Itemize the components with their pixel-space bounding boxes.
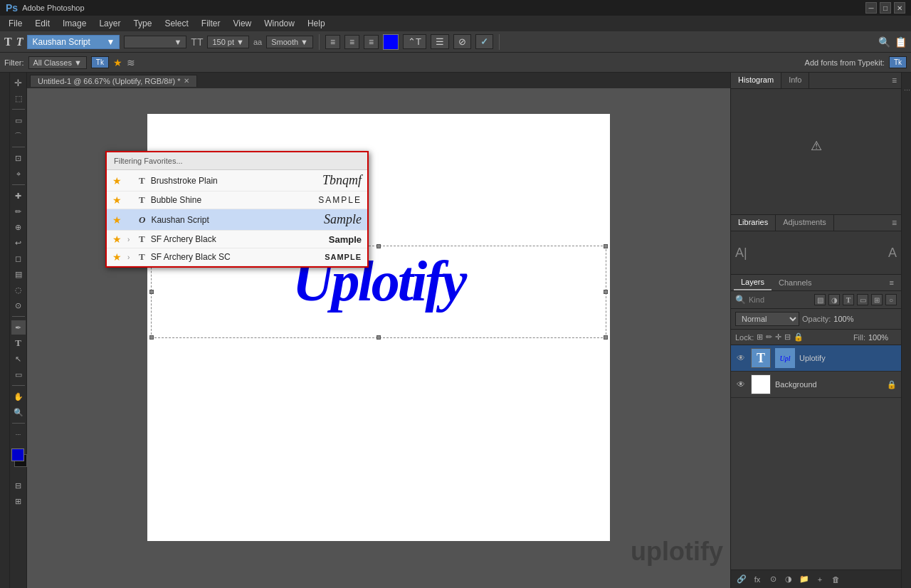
menu-window[interactable]: Window: [258, 17, 300, 30]
close-button[interactable]: ✕: [894, 2, 905, 14]
font-row-brushstroke[interactable]: ★ T Brushstroke Plain Tbnqmf: [107, 170, 367, 191]
font-row-kaushan[interactable]: ★ O Kaushan Script Sample: [107, 209, 367, 231]
lock-position-icon[interactable]: ✛: [775, 332, 781, 342]
layers-tab[interactable]: Layers: [734, 275, 772, 290]
brush-tool[interactable]: ✏: [11, 204, 26, 219]
align-center-button[interactable]: ≡: [344, 35, 359, 49]
menu-edit[interactable]: Edit: [29, 17, 56, 30]
layer-filter-pixel-icon[interactable]: ▧: [814, 294, 826, 305]
layer-item-background[interactable]: 👁 Background 🔒: [731, 372, 901, 398]
histogram-tab[interactable]: Histogram: [731, 73, 781, 88]
character-panel-button[interactable]: ☰: [431, 34, 449, 49]
artboard-tool[interactable]: ⬚: [11, 91, 26, 105]
menu-help[interactable]: Help: [302, 17, 331, 30]
lock-transparency-icon[interactable]: ⊞: [757, 332, 763, 342]
menu-filter[interactable]: Filter: [196, 17, 226, 30]
panel-options-icon[interactable]: ≡: [888, 73, 901, 88]
layer-visibility-uplotify[interactable]: 👁: [735, 352, 747, 364]
star-brushstroke-icon[interactable]: ★: [112, 175, 122, 187]
mini-collapse-1[interactable]: ⋮: [902, 75, 911, 104]
layer-adjustment-button[interactable]: ◑: [782, 573, 795, 586]
star-bubble-icon[interactable]: ★: [112, 194, 122, 206]
history-brush-tool[interactable]: ↩: [11, 236, 26, 250]
crop-tool[interactable]: ⊡: [11, 151, 26, 165]
layer-mask-button[interactable]: ⊙: [767, 573, 779, 586]
layer-item-uplotify[interactable]: 👁 T Upl Uplotify: [731, 345, 901, 372]
middle-options-icon[interactable]: ≡: [888, 215, 901, 231]
font-style-selector[interactable]: ▼: [124, 36, 186, 48]
foreground-color[interactable]: [11, 448, 24, 461]
layer-fx-button[interactable]: fx: [751, 573, 764, 586]
commit-button[interactable]: ✓: [475, 34, 493, 49]
minimize-button[interactable]: ─: [865, 2, 877, 14]
browse-fonts-icon[interactable]: 📋: [895, 36, 907, 48]
healing-tool[interactable]: ✚: [11, 189, 26, 203]
layer-visibility-background[interactable]: 👁: [735, 379, 747, 390]
menu-view[interactable]: View: [227, 17, 257, 30]
lock-artboard-icon[interactable]: ⊟: [784, 332, 791, 342]
font-size-selector[interactable]: 150 pt ▼: [207, 36, 248, 48]
dodge-tool[interactable]: ⊙: [11, 298, 26, 313]
clone-tool[interactable]: ⊕: [11, 220, 26, 234]
eyedropper-tool[interactable]: ⌖: [11, 167, 26, 181]
layer-filter-smart-icon[interactable]: ⊞: [871, 294, 883, 305]
align-right-button[interactable]: ≡: [364, 35, 379, 49]
move-tool[interactable]: ✛: [11, 75, 26, 90]
lock-all-icon[interactable]: 🔒: [794, 332, 804, 342]
layer-filter-text-icon[interactable]: T: [843, 294, 854, 305]
align-left-button[interactable]: ≡: [325, 35, 340, 49]
path-selection-tool[interactable]: ↖: [11, 352, 26, 366]
eraser-tool[interactable]: ◻: [11, 251, 26, 266]
hand-tool[interactable]: ✋: [11, 389, 26, 404]
more-tools-button[interactable]: ···: [11, 427, 26, 441]
adjustments-tab[interactable]: Adjustments: [776, 215, 834, 231]
menu-file[interactable]: File: [3, 17, 28, 30]
screen-mode-button[interactable]: ⊞: [11, 494, 26, 508]
libraries-tab[interactable]: Libraries: [731, 215, 776, 231]
menu-image[interactable]: Image: [57, 17, 92, 30]
layers-options-icon[interactable]: ≡: [885, 275, 898, 290]
layer-new-button[interactable]: +: [813, 573, 826, 586]
lock-pixels-icon[interactable]: ✏: [766, 332, 772, 342]
info-tab[interactable]: Info: [781, 73, 809, 88]
layer-group-button[interactable]: 📁: [798, 573, 811, 586]
maximize-button[interactable]: □: [880, 2, 891, 14]
channels-tab[interactable]: Channels: [772, 275, 818, 290]
anti-alias-selector[interactable]: Smooth ▼: [266, 36, 313, 48]
quick-mask-button[interactable]: ⊟: [11, 478, 26, 493]
blur-tool[interactable]: ◌: [11, 283, 26, 297]
warp-text-button[interactable]: ⌃T: [403, 34, 426, 49]
marquee-tool[interactable]: ▭: [11, 113, 26, 127]
pen-tool[interactable]: ✒: [11, 320, 26, 335]
layer-filter-shape-icon[interactable]: ▭: [857, 294, 868, 305]
gradient-tool[interactable]: ▤: [11, 267, 26, 281]
shape-tool[interactable]: ▭: [11, 367, 26, 382]
star-filter-icon[interactable]: ★: [113, 57, 122, 68]
cancel-button[interactable]: ⊘: [453, 34, 471, 49]
typekit-add-icon[interactable]: Tk: [889, 56, 907, 68]
menu-select[interactable]: Select: [159, 17, 194, 30]
font-row-sfarchery[interactable]: ★ › T SF Archery Black Sample: [107, 231, 367, 248]
text-tool[interactable]: T: [11, 336, 26, 350]
layer-link-button[interactable]: 🔗: [735, 573, 748, 586]
font-row-bubble[interactable]: ★ T Bubble Shine SAMPLE: [107, 191, 367, 209]
star-sfarchery-icon[interactable]: ★: [112, 233, 122, 245]
menu-type[interactable]: Type: [127, 17, 157, 30]
layer-delete-button[interactable]: 🗑: [829, 573, 842, 586]
search-icon[interactable]: 🔍: [878, 36, 890, 48]
filter-class-selector[interactable]: All Classes ▼: [28, 56, 87, 69]
star-sfarcherysc-icon[interactable]: ★: [112, 251, 122, 263]
font-name-selector[interactable]: Kaushan Script ▼: [27, 35, 120, 49]
tab-close-icon[interactable]: ✕: [184, 77, 189, 85]
filter-options-icon[interactable]: ≋: [127, 57, 135, 68]
text-color-swatch[interactable]: [383, 34, 399, 50]
menu-layer[interactable]: Layer: [93, 17, 126, 30]
layer-filter-adjust-icon[interactable]: ◑: [828, 294, 840, 305]
zoom-tool[interactable]: 🔍: [11, 405, 26, 419]
layer-filter-toggle[interactable]: ○: [885, 294, 897, 305]
star-kaushan-icon[interactable]: ★: [112, 214, 122, 226]
document-tab[interactable]: Untitled-1 @ 66.67% (Uplotify, RGB/8#) *…: [30, 75, 197, 87]
blend-mode-selector[interactable]: Normal Multiply Screen: [735, 312, 799, 326]
font-row-sfarcherysc[interactable]: ★ › T SF Archery Black SC SAMPLE: [107, 248, 367, 266]
lasso-tool[interactable]: ⌒: [11, 129, 26, 143]
